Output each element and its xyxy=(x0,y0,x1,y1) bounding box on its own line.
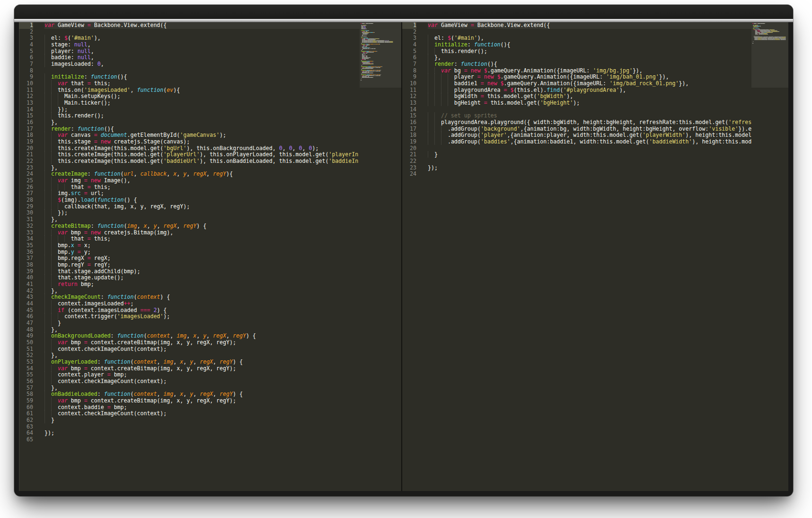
code-line[interactable]: that = this; xyxy=(44,184,360,191)
code-line[interactable]: var bmp = new createjs.Bitmap(img), xyxy=(44,230,360,236)
code-line[interactable]: context.imagesLoaded++; xyxy=(44,301,360,307)
code-line[interactable]: this.createImage(this.model.get('bgUrl')… xyxy=(44,145,360,152)
line-number: 49 xyxy=(19,333,33,339)
code-line[interactable]: context.checkImageCount(context); xyxy=(44,346,360,353)
code-line[interactable]: img.src = url; xyxy=(44,190,360,197)
code-line[interactable]: } xyxy=(44,417,360,424)
code-line[interactable]: var bmp = context.createBitmap(img, x, y… xyxy=(44,366,360,372)
code-line[interactable]: }, xyxy=(44,327,360,333)
code-line[interactable]: context.trigger('imagesLoaded'); xyxy=(44,313,360,320)
code-line[interactable]: context.player = bmp; xyxy=(44,372,360,378)
code-area[interactable]: var GameView = Backbone.View.extend({ el… xyxy=(38,22,360,491)
code-line[interactable]: bmp.x = x; xyxy=(44,242,360,249)
code-line[interactable]: el: $('#main'), xyxy=(428,35,751,42)
code-line[interactable]: createBitmap: function(img, x, y, regX, … xyxy=(44,223,360,230)
code-line[interactable] xyxy=(428,158,751,165)
code-line[interactable]: this.stage = new createjs.Stage(canvas); xyxy=(44,139,360,145)
code-line[interactable]: }, xyxy=(428,54,751,61)
code-line[interactable]: callback(that, img, x, y, regX, regY); xyxy=(44,204,360,210)
minimap[interactable] xyxy=(360,22,401,491)
line-number: 1 xyxy=(402,22,416,29)
code-line[interactable]: }); xyxy=(44,210,360,216)
code-line[interactable]: bgHeight = this.model.get('bgHeight'); xyxy=(428,100,751,107)
code-line[interactable]: baddie1 = new $.gameQuery.Animation({ima… xyxy=(428,80,751,87)
code-line[interactable]: } xyxy=(428,152,751,158)
code-line[interactable]: player = new $.gameQuery.Animation({imag… xyxy=(428,74,751,80)
code-line[interactable]: }); xyxy=(44,107,360,113)
code-line[interactable]: onBackgroundLoaded: function(context, im… xyxy=(44,333,360,339)
code-line[interactable]: var bg = new $.gameQuery.Animation({imag… xyxy=(428,68,751,74)
code-area[interactable]: var GameView = Backbone.View.extend({ el… xyxy=(421,22,751,491)
code-line[interactable]: bmp.y = y; xyxy=(44,249,360,256)
code-line[interactable]: imagesLoaded: 0, xyxy=(44,61,360,68)
code-line[interactable]: that = this; xyxy=(44,236,360,242)
code-line[interactable]: onBaddieLoaded: function(context, img, x… xyxy=(44,391,360,398)
code-line[interactable] xyxy=(44,68,360,74)
code-line[interactable]: this.createImage(this.model.get('playerU… xyxy=(44,152,360,158)
code-line[interactable]: bmp.regX = regX; xyxy=(44,255,360,262)
code-line[interactable]: Main.ticker(); xyxy=(44,100,360,107)
code-line[interactable]: }, xyxy=(44,119,360,126)
code-line[interactable]: Main.setupKeys(); xyxy=(44,93,360,100)
code-line[interactable]: this.createImage(this.model.get('baddieU… xyxy=(44,158,360,165)
code-line[interactable]: render: function(){ xyxy=(428,61,751,68)
code-line[interactable]: }, xyxy=(44,216,360,223)
code-line[interactable]: }, xyxy=(44,165,360,171)
code-line[interactable] xyxy=(428,29,751,36)
code-line[interactable]: var bmp = context.createBitmap(img, x, y… xyxy=(44,398,360,404)
code-line[interactable]: }); xyxy=(44,430,360,437)
code-line[interactable]: this.render(); xyxy=(428,48,751,55)
code-line[interactable] xyxy=(428,145,751,152)
code-line[interactable]: } xyxy=(44,320,360,327)
line-number: 5 xyxy=(402,48,416,55)
code-line[interactable]: initialize: function(){ xyxy=(44,74,360,80)
code-line[interactable]: context.checkImageCount(context); xyxy=(44,378,360,385)
code-line[interactable]: playgroundArea = $(this.el).find('#playg… xyxy=(428,87,751,94)
code-line[interactable]: }, xyxy=(44,288,360,295)
code-line[interactable]: bmp.regY = regY; xyxy=(44,262,360,268)
code-line[interactable]: player: null, xyxy=(44,48,360,55)
code-line[interactable]: }, xyxy=(44,385,360,392)
code-line[interactable] xyxy=(44,29,360,36)
window-titlebar[interactable] xyxy=(14,5,793,19)
code-line[interactable]: initialize: function(){ xyxy=(428,42,751,48)
code-line[interactable]: var bmp = context.createBitmap(img, x, y… xyxy=(44,339,360,346)
code-line[interactable]: }); xyxy=(428,165,751,171)
code-line[interactable]: checkImageCount: function(context) { xyxy=(44,294,360,301)
code-line[interactable]: var canvas = document.getElementById('ga… xyxy=(44,132,360,139)
code-line[interactable]: // set up sprites xyxy=(428,113,751,119)
code-line[interactable]: }, xyxy=(44,352,360,359)
code-line[interactable]: playgroundArea.playground({ width:bgWidt… xyxy=(428,119,751,126)
code-line[interactable]: onPlayerLoaded: function(context, img, x… xyxy=(44,359,360,366)
code-line[interactable]: .addGroup('background',{animation:bg, wi… xyxy=(428,126,751,133)
code-pane-left[interactable]: 1234567891011121314151617181920212223242… xyxy=(19,22,401,491)
code-line[interactable]: return bmp; xyxy=(44,281,360,288)
code-line[interactable]: this.render(); xyxy=(44,113,360,119)
code-line[interactable]: that.stage.addChild(bmp); xyxy=(44,268,360,275)
code-line[interactable] xyxy=(428,171,751,178)
code-line[interactable]: render: function(){ xyxy=(44,126,360,133)
code-line[interactable]: var that = this; xyxy=(44,80,360,87)
code-line[interactable]: .addGroup('baddies',{animation:baddie1, … xyxy=(428,139,751,145)
code-line[interactable]: that.stage.update(); xyxy=(44,275,360,281)
code-line[interactable]: .addGroup('player',{animation:player, wi… xyxy=(428,132,751,139)
minimap[interactable] xyxy=(751,22,788,491)
code-line[interactable]: var GameView = Backbone.View.extend({ xyxy=(428,22,751,29)
code-line[interactable]: bgWidth = this.model.get('bgWidth'), xyxy=(428,93,751,100)
code-line[interactable]: if (context.imagesLoaded === 2) { xyxy=(44,307,360,314)
code-line[interactable]: stage: null, xyxy=(44,42,360,48)
code-pane-right[interactable]: 123456789101112131415161718192021222324 … xyxy=(402,22,788,491)
code-line[interactable]: context.baddie = bmp; xyxy=(44,404,360,411)
code-line[interactable]: $(img).load(function() { xyxy=(44,197,360,204)
code-line[interactable]: this.on('imagesLoaded', function(ev){ xyxy=(44,87,360,94)
code-line[interactable] xyxy=(428,107,751,113)
code-line[interactable]: baddie: null, xyxy=(44,54,360,61)
code-line[interactable]: var img = new Image(), xyxy=(44,178,360,184)
line-number: 26 xyxy=(19,184,33,191)
code-line[interactable] xyxy=(44,424,360,430)
code-line[interactable]: context.checkImageCount(context); xyxy=(44,411,360,417)
code-line[interactable]: el: $('#main'), xyxy=(44,35,360,42)
code-line[interactable]: var GameView = Backbone.View.extend({ xyxy=(44,22,360,29)
code-line[interactable] xyxy=(44,437,360,443)
code-line[interactable]: createImage: function(url, callback, x, … xyxy=(44,171,360,178)
